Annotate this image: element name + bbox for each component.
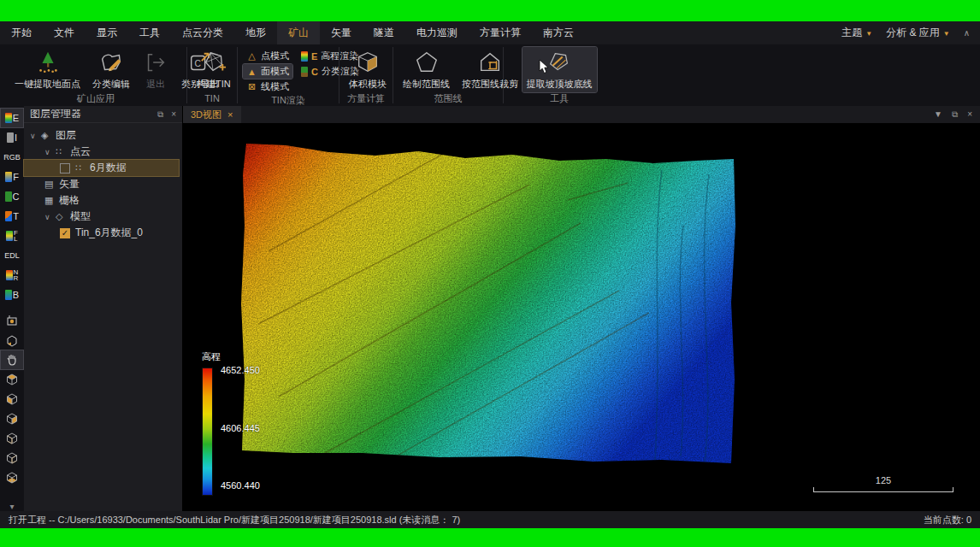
menu-vector[interactable]: 矢量 bbox=[320, 21, 363, 44]
cube-icon bbox=[354, 49, 381, 76]
intensity-chip-icon bbox=[7, 132, 14, 143]
tree-node-tin-model[interactable]: ✓ Tin_6月数据_0 bbox=[24, 225, 182, 241]
box-select-tool[interactable] bbox=[1, 311, 23, 330]
band-render-tool[interactable]: B bbox=[1, 285, 23, 304]
tree-node-model[interactable]: ∨ ◇ 模型 bbox=[24, 209, 182, 225]
float-view-icon[interactable]: ⧉ bbox=[952, 109, 958, 120]
class-chip-icon bbox=[5, 191, 12, 202]
elevation-legend: 高程 4652.450 4606.445 4560.440 bbox=[202, 350, 221, 496]
rgb-render-tool[interactable]: RGB bbox=[1, 148, 23, 167]
tree-node-raster[interactable]: ▦ 栅格 bbox=[24, 192, 182, 209]
view-top-tool[interactable] bbox=[1, 370, 23, 389]
tab-3d-view[interactable]: 3D视图 × bbox=[183, 106, 241, 123]
pan-hand-icon bbox=[5, 353, 19, 367]
collapse-ribbon-icon[interactable]: ∧ bbox=[964, 28, 970, 38]
draw-boundary-button[interactable]: 绘制范围线 bbox=[398, 47, 454, 92]
volume-module-button[interactable]: 体积模块 bbox=[345, 47, 391, 92]
flightline-render-tool[interactable]: FL bbox=[1, 226, 23, 245]
time-render-tool[interactable]: T bbox=[1, 207, 23, 226]
layer-visibility-checkbox[interactable] bbox=[60, 163, 70, 174]
band-chip-icon bbox=[5, 290, 12, 300]
tree-node-vector[interactable]: ▤ 矢量 bbox=[24, 176, 182, 192]
theme-menu[interactable]: 主题▼ bbox=[841, 26, 872, 40]
flightline-chip-icon bbox=[6, 231, 13, 241]
expander-icon[interactable]: ∨ bbox=[30, 132, 41, 140]
pan-tool[interactable] bbox=[1, 350, 23, 369]
build-tin-button[interactable]: 构建TIN bbox=[192, 47, 235, 92]
group-label-tin-render: TIN渲染 bbox=[238, 94, 339, 107]
chevron-down-icon: ▼ bbox=[865, 30, 872, 38]
box-select-icon bbox=[5, 314, 19, 327]
menu-display[interactable]: 显示 bbox=[86, 21, 128, 44]
vector-icon: ▤ bbox=[44, 179, 59, 190]
expander-icon[interactable]: ∨ bbox=[44, 148, 56, 156]
expander-icon[interactable]: ∨ bbox=[44, 213, 56, 221]
menu-power-inspection[interactable]: 电力巡测 bbox=[405, 21, 469, 44]
blend-render-tool[interactable]: F bbox=[1, 168, 23, 186]
classification-render-tool[interactable]: C bbox=[1, 187, 23, 206]
line-mode-button[interactable]: ⊠ 线模式 bbox=[243, 79, 292, 94]
menu-mining[interactable]: 矿山 bbox=[277, 21, 320, 44]
view-tab-bar: 3D视图 × ▼ ⧉ × bbox=[183, 106, 980, 123]
tree-node-pointcloud[interactable]: ∨ ∷ 点云 bbox=[24, 144, 182, 160]
view-front-tool[interactable] bbox=[1, 390, 23, 409]
extract-ground-points-button[interactable]: 一键提取地面点 bbox=[10, 47, 85, 92]
toolbar-scroll-down-icon[interactable]: ▾ bbox=[9, 502, 14, 511]
clip-box-tool[interactable] bbox=[1, 331, 23, 350]
view-left-tool[interactable] bbox=[1, 429, 23, 448]
menu-file[interactable]: 文件 bbox=[43, 21, 86, 44]
view-right-tool[interactable] bbox=[1, 409, 23, 428]
view-front-cube-icon bbox=[5, 392, 19, 406]
face-mode-button[interactable]: ▲ 面模式 bbox=[243, 64, 292, 79]
point-mode-button[interactable]: △ 点模式 bbox=[243, 49, 292, 63]
close-panel-icon[interactable]: × bbox=[171, 109, 176, 120]
legend-min-value: 4560.440 bbox=[221, 480, 260, 491]
layer-visibility-checkbox[interactable]: ✓ bbox=[60, 228, 70, 238]
group-label-mining: 矿山应用 bbox=[5, 92, 186, 106]
exit-button: 退出 bbox=[138, 47, 174, 92]
tab-list-dropdown-icon[interactable]: ▼ bbox=[934, 109, 942, 120]
raster-icon: ▦ bbox=[44, 195, 59, 206]
menu-bar: 开始 文件 显示 工具 点云分类 地形 矿山 矢量 隧道 电力巡测 方量计算 南… bbox=[0, 21, 980, 44]
legend-mid-value: 4606.445 bbox=[221, 423, 260, 433]
analysis-app-menu[interactable]: 分析 & 应用▼ bbox=[886, 26, 950, 40]
group-label-tin: TIN bbox=[187, 92, 237, 106]
menu-tunnel[interactable]: 隧道 bbox=[363, 21, 405, 44]
view-bottom-tool[interactable] bbox=[1, 468, 23, 487]
group-label-tools: 工具 bbox=[504, 92, 615, 106]
menu-terrain[interactable]: 地形 bbox=[234, 21, 277, 44]
menu-volume-calc[interactable]: 方量计算 bbox=[469, 21, 532, 44]
scale-line bbox=[813, 487, 953, 492]
menu-start[interactable]: 开始 bbox=[0, 21, 43, 44]
layer-tree: ∨ ◈ 图层 ∨ ∷ 点云 ∷ 6月数据 ▤ 矢量 ▦ 栅格 bbox=[24, 123, 182, 241]
3d-canvas[interactable]: 高程 4652.450 4606.445 4560.440 125 bbox=[183, 123, 980, 511]
menu-pointcloud-classify[interactable]: 点云分类 bbox=[171, 21, 234, 44]
scale-bar: 125 bbox=[813, 475, 953, 492]
view-right-cube-icon bbox=[5, 412, 19, 426]
elevation-render-tool[interactable]: E bbox=[1, 109, 23, 127]
close-view-icon[interactable]: × bbox=[967, 109, 972, 120]
status-bar: 打开工程 -- C:/Users/16933/Documents/SouthLi… bbox=[0, 511, 980, 528]
terrain-point-cloud bbox=[183, 123, 980, 511]
intensity-render-tool[interactable]: I bbox=[1, 128, 23, 147]
tree-node-june-data[interactable]: ∷ 6月数据 bbox=[24, 160, 179, 176]
pentagon-icon bbox=[413, 49, 440, 76]
view-left-cube-icon bbox=[5, 432, 19, 445]
menu-tools[interactable]: 工具 bbox=[128, 21, 171, 44]
float-panel-icon[interactable]: ⧉ bbox=[157, 109, 163, 120]
house-clip-icon bbox=[476, 49, 504, 76]
mouse-cursor bbox=[539, 60, 551, 75]
extract-slope-lines-button[interactable]: 提取坡顶坡底线 bbox=[522, 47, 597, 92]
return-number-render-tool[interactable]: NR bbox=[1, 266, 23, 285]
edl-render-tool[interactable]: EDL bbox=[1, 246, 23, 265]
tree-node-layers[interactable]: ∨ ◈ 图层 bbox=[24, 127, 182, 144]
elevation-colorbar-icon bbox=[301, 51, 308, 62]
classification-edit-button[interactable]: 分类编辑 bbox=[88, 47, 134, 92]
point-cloud-icon: ∷ bbox=[56, 146, 70, 157]
triangle-filled-icon: ▲ bbox=[246, 67, 257, 77]
view-back-tool[interactable] bbox=[1, 449, 23, 468]
menu-south-cloud[interactable]: 南方云 bbox=[532, 21, 585, 44]
panel-title: 图层管理器 bbox=[30, 107, 81, 121]
close-tab-icon[interactable]: × bbox=[227, 109, 233, 120]
view-back-cube-icon bbox=[5, 451, 19, 465]
